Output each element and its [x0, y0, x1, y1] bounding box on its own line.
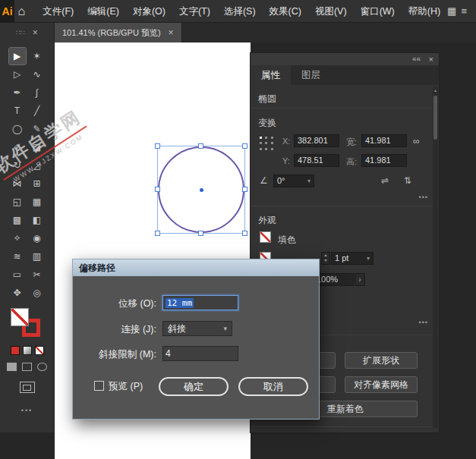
preview-checkbox[interactable]	[94, 381, 104, 391]
selection-handle[interactable]	[155, 231, 160, 236]
width-field[interactable]: 41.981	[361, 134, 407, 147]
illustrator-logo-icon[interactable]: Ai	[0, 0, 14, 23]
menu-file[interactable]: 文件(F)	[36, 0, 80, 23]
edit-toolbar-icon[interactable]: •••	[21, 407, 33, 414]
scrollbar-thumb[interactable]	[433, 96, 437, 140]
menu-type[interactable]: 文字(T)	[172, 0, 217, 23]
dialog-title[interactable]: 偏移路径	[73, 259, 319, 276]
shaper-tool[interactable]: ✐	[9, 139, 26, 156]
magic-wand-tool[interactable]: ✶	[29, 48, 46, 64]
rotation-dropdown[interactable]: 0°▾	[273, 174, 314, 187]
paintbrush-tool[interactable]: ✎	[29, 121, 46, 137]
perspective-grid-tool[interactable]: ▦	[29, 193, 46, 210]
ellipse-tool[interactable]: ◯	[9, 121, 26, 137]
selected-object-type: 椭圆	[258, 93, 276, 105]
y-field[interactable]: 478.51	[294, 154, 339, 167]
none-button[interactable]	[35, 346, 44, 355]
fill-color-swatch[interactable]	[11, 308, 29, 326]
menu-object[interactable]: 对象(O)	[126, 0, 172, 23]
symbol-sprayer-tool[interactable]: ≋	[9, 248, 26, 265]
zoom-tool[interactable]: ◎	[29, 285, 46, 301]
menu-effect[interactable]: 效果(C)	[263, 0, 308, 23]
draw-inside-icon[interactable]	[37, 363, 47, 371]
ok-button[interactable]: 确定	[159, 377, 229, 396]
selection-handle[interactable]	[155, 187, 160, 192]
tools-panel-tab[interactable]: ∷∷ ×	[0, 23, 55, 42]
menu-window[interactable]: 窗口(W)	[354, 0, 402, 23]
constrain-proportions-icon[interactable]: ∞	[413, 136, 420, 146]
curvature-tool[interactable]: ∫	[29, 84, 46, 101]
panel-scrollbar[interactable]: ▴	[433, 86, 438, 428]
stroke-weight-dropdown[interactable]: 1 pt▾	[331, 252, 374, 265]
flip-vertical-icon[interactable]: ⇅	[404, 175, 411, 186]
slice-tool[interactable]: ✂	[29, 266, 46, 283]
selection-handle[interactable]	[198, 143, 203, 149]
line-segment-tool[interactable]: ╱	[29, 102, 46, 119]
mesh-tool[interactable]: ▩	[9, 212, 26, 228]
blend-tool[interactable]: ◉	[29, 230, 46, 247]
width-tool[interactable]: ⋈	[9, 175, 26, 192]
scale-tool[interactable]: ◿	[29, 157, 46, 174]
gradient-button[interactable]	[23, 346, 32, 355]
transform-section-title: 变换	[258, 117, 276, 130]
home-icon[interactable]: ⌂	[14, 5, 28, 18]
tools-panel-close-icon[interactable]: ×	[33, 27, 38, 38]
screen-mode-icon[interactable]	[20, 382, 35, 393]
cancel-button[interactable]: 取消	[238, 377, 308, 396]
align-pixel-grid-button[interactable]: 对齐像素网格	[345, 376, 418, 393]
stepper-down-icon[interactable]: ▾	[322, 258, 329, 263]
menu-view[interactable]: 视图(V)	[308, 0, 354, 23]
tab-properties[interactable]: 属性	[251, 65, 291, 85]
selection-handle[interactable]	[242, 187, 247, 192]
x-field[interactable]: 382.801	[294, 134, 339, 147]
collapse-panel-icon[interactable]: ««	[412, 53, 421, 65]
selection-handle[interactable]	[198, 231, 203, 236]
eraser-tool[interactable]: ◪	[29, 139, 46, 156]
stroke-weight-stepper[interactable]: ▴ ▾	[321, 252, 330, 265]
opacity-options-icon[interactable]: ›	[355, 273, 365, 286]
workspace-switcher-icon[interactable]: ▦	[447, 5, 456, 17]
document-tab[interactable]: 101.41% (RGB/GPU 预览) ×	[55, 23, 182, 42]
document-close-icon[interactable]: ×	[169, 27, 174, 38]
menu-select[interactable]: 选择(S)	[217, 0, 263, 23]
expand-shape-button[interactable]: 扩展形状	[345, 352, 418, 369]
stepper-up-icon[interactable]: ▴	[322, 253, 329, 258]
rotate-tool[interactable]: ↻	[9, 157, 26, 174]
height-field[interactable]: 41.981	[361, 154, 407, 167]
eyedropper-tool[interactable]: ✧	[9, 230, 26, 247]
selection-handle[interactable]	[155, 143, 160, 149]
column-graph-tool[interactable]: ▥	[29, 248, 46, 265]
fill-swatch[interactable]	[260, 231, 271, 243]
selection-tool[interactable]: ▶	[9, 48, 26, 64]
free-transform-tool[interactable]: ⊞	[29, 175, 46, 192]
tab-layers[interactable]: 图层	[291, 65, 331, 85]
selection-bounding-box[interactable]	[157, 146, 245, 234]
appearance-more-options-icon[interactable]: •••	[419, 319, 428, 326]
chevron-down-icon: ▾	[307, 175, 311, 187]
hand-tool[interactable]: ✥	[9, 285, 26, 301]
type-tool[interactable]: T	[9, 102, 26, 119]
menu-edit[interactable]: 编辑(E)	[80, 0, 126, 23]
selection-handle[interactable]	[242, 231, 247, 236]
flip-horizontal-icon[interactable]: ⇌	[381, 175, 389, 186]
miter-limit-input[interactable]: 4	[162, 346, 238, 361]
selection-handle[interactable]	[242, 143, 247, 149]
color-button[interactable]	[11, 346, 20, 355]
pen-tool[interactable]: ✒	[9, 84, 26, 101]
join-dropdown[interactable]: 斜接▾	[162, 321, 232, 336]
draw-normal-icon[interactable]	[7, 363, 17, 371]
direct-selection-tool[interactable]: ▷	[9, 66, 26, 83]
transform-more-options-icon[interactable]: •••	[419, 193, 428, 201]
reference-point-grid[interactable]	[258, 135, 275, 152]
menu-help[interactable]: 帮助(H)	[402, 0, 447, 23]
gradient-tool[interactable]: ◧	[29, 212, 46, 228]
offset-input[interactable]: 12 mm	[162, 295, 238, 310]
artboard-tool[interactable]: ▭	[9, 266, 26, 283]
draw-behind-icon[interactable]	[22, 363, 32, 371]
panel-menu-icon[interactable]: ≡	[461, 5, 467, 17]
shape-builder-tool[interactable]: ◱	[9, 193, 26, 210]
width-label: 宽:	[346, 137, 357, 148]
lasso-tool[interactable]: ∿	[29, 66, 46, 83]
close-panel-icon[interactable]: ×	[429, 53, 433, 65]
scroll-up-icon[interactable]: ▴	[433, 86, 438, 94]
